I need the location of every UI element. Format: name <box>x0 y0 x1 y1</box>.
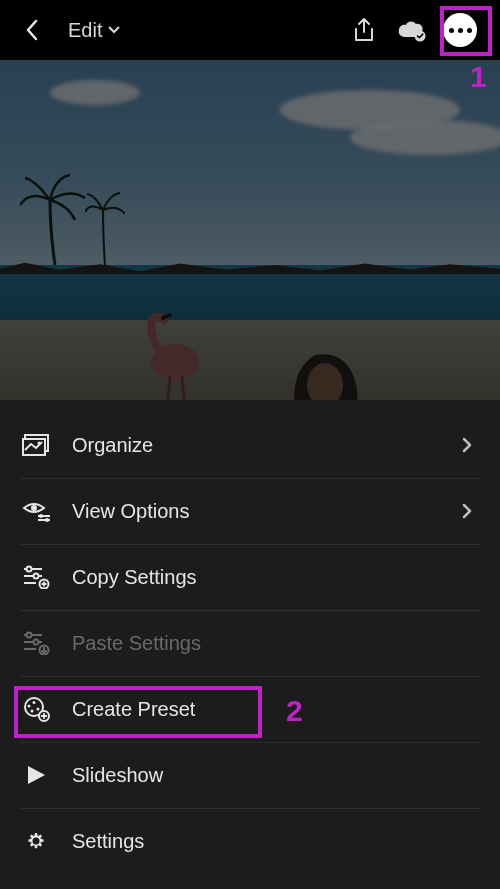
svg-point-26 <box>37 708 40 711</box>
menu-item-slideshow[interactable]: Slideshow <box>0 742 500 808</box>
photo-preview[interactable] <box>0 60 500 400</box>
chevron-right-icon <box>462 437 472 453</box>
back-button[interactable] <box>18 16 46 44</box>
svg-point-14 <box>34 574 39 579</box>
cloud-check-icon <box>396 18 428 42</box>
menu-item-copy-settings[interactable]: Copy Settings <box>0 544 500 610</box>
svg-point-28 <box>33 838 40 845</box>
slideshow-icon <box>20 759 52 791</box>
share-icon <box>352 17 376 43</box>
mode-label: Edit <box>68 19 102 42</box>
copy-settings-icon <box>20 561 52 593</box>
dim-overlay <box>0 60 500 400</box>
menu-item-view-options[interactable]: View Options <box>0 478 500 544</box>
paste-settings-icon <box>20 627 52 659</box>
svg-point-20 <box>34 640 39 645</box>
more-button[interactable] <box>438 8 482 52</box>
svg-point-4 <box>38 442 41 445</box>
annotation-number-1: 1 <box>470 60 487 94</box>
mode-dropdown[interactable]: Edit <box>68 19 120 42</box>
organize-icon <box>20 429 52 461</box>
chevron-left-icon <box>25 19 39 41</box>
svg-point-19 <box>27 633 32 638</box>
svg-point-9 <box>45 518 49 522</box>
annotation-number-2: 2 <box>286 694 303 728</box>
share-button[interactable] <box>342 8 386 52</box>
menu-label: Organize <box>72 434 462 457</box>
chevron-right-icon <box>462 503 472 519</box>
menu-label: Settings <box>72 830 472 853</box>
menu-item-settings[interactable]: Settings <box>0 808 500 874</box>
svg-point-8 <box>39 514 43 518</box>
create-preset-icon <box>20 693 52 725</box>
menu-label: View Options <box>72 500 462 523</box>
top-bar: Edit <box>0 0 500 60</box>
svg-point-13 <box>27 567 32 572</box>
gear-icon <box>20 825 52 857</box>
svg-point-24 <box>28 705 31 708</box>
menu-label: Copy Settings <box>72 566 472 589</box>
menu-label: Create Preset <box>72 698 472 721</box>
cloud-sync-button[interactable] <box>390 8 434 52</box>
menu-item-organize[interactable]: Organize <box>0 412 500 478</box>
menu-item-paste-settings: Paste Settings <box>0 610 500 676</box>
menu-label: Paste Settings <box>72 632 472 655</box>
svg-point-5 <box>31 505 37 511</box>
overflow-menu: Organize View Options Copy Settings Past… <box>0 400 500 889</box>
svg-point-25 <box>31 710 34 713</box>
menu-item-create-preset[interactable]: Create Preset <box>0 676 500 742</box>
view-options-icon <box>20 495 52 527</box>
menu-label: Slideshow <box>72 764 472 787</box>
svg-point-23 <box>33 701 36 704</box>
caret-down-icon <box>108 26 120 34</box>
more-icon <box>443 13 477 47</box>
